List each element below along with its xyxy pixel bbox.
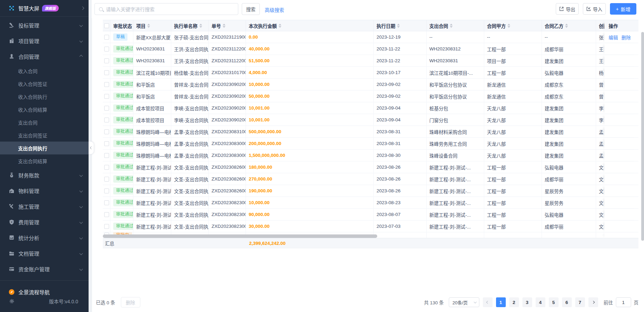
sidebar-subitem-支出合同结算[interactable]: 支出合同结算 (0, 154, 89, 167)
row-checkbox[interactable] (104, 165, 109, 170)
cell-value: 李峡-支出合同执行 (174, 105, 208, 112)
sidebar-item-3[interactable]: ¥财务账款 (0, 167, 89, 183)
row-checkbox[interactable] (104, 47, 109, 51)
status-badge: 草稿 (113, 33, 127, 41)
row-checkbox[interactable] (104, 141, 109, 146)
sidebar-item-7[interactable]: 统计分析 (0, 230, 89, 246)
select-all-checkbox[interactable] (104, 23, 109, 28)
header-cell-单号[interactable]: 单号 (209, 20, 246, 31)
cell-value: 弘毅电器 (545, 164, 563, 171)
sidebar-subitem-收入合同结算[interactable]: 收入合同结算 (0, 103, 89, 116)
header-cell-操作: 操作 (604, 20, 638, 31)
delete-button[interactable]: 删除 (121, 297, 140, 307)
sidebar-subitem-收入合同[interactable]: 收入合同 (0, 64, 89, 77)
row-checkbox[interactable] (104, 177, 109, 182)
svg-text:¥: ¥ (11, 221, 13, 223)
amount-value: 10,001.00 (249, 117, 270, 122)
status-cell: 审批通过 (110, 209, 133, 220)
header-cell-执行日期[interactable]: 执行日期 (374, 20, 427, 31)
advanced-search-link[interactable]: 高级搜索 (265, 6, 284, 13)
gear-icon[interactable] (9, 298, 15, 304)
sidebar-subitem-支出合同执行[interactable]: 支出合同执行 (0, 142, 89, 154)
cell (427, 232, 484, 238)
header-cell-支出合同[interactable]: 支出合同 (427, 20, 484, 31)
sidebar-item-5[interactable]: 施工管理 (0, 199, 89, 214)
import-button[interactable]: 导入 (583, 3, 606, 15)
sort-carets-icon[interactable] (147, 24, 150, 28)
sort-carets-icon[interactable] (450, 24, 453, 28)
cell: 李峡-支出合同执行 (171, 114, 209, 126)
sort-carets-icon[interactable] (223, 24, 225, 28)
page-button-4[interactable]: 4 (536, 297, 545, 307)
page-button-6[interactable]: 6 (562, 297, 572, 307)
search-input[interactable]: 请输入关键字进行搜索 (94, 3, 238, 15)
sidebar-item-1[interactable]: 项目管理 (0, 33, 89, 49)
export-button[interactable]: 导出 (556, 3, 579, 15)
sort-carets-icon[interactable] (397, 24, 400, 28)
sidebar-subitem-支出合同签证[interactable]: 支出合同签证 (0, 129, 89, 142)
row-checkbox[interactable] (104, 35, 109, 40)
cell-value: 文 (599, 164, 604, 171)
chevron-down-icon (80, 174, 83, 177)
page-button-2[interactable]: 2 (509, 297, 519, 307)
cell-value: 张 (599, 34, 604, 41)
header-cell-执行单名称[interactable]: 执行单名称 (171, 20, 209, 31)
goto-page-input[interactable] (616, 297, 631, 307)
search-button[interactable]: 搜索 (242, 3, 260, 15)
sidebar-item-2[interactable]: 合同管理 (0, 49, 89, 64)
row-checkbox[interactable] (104, 58, 109, 63)
page-button-1[interactable]: 1 (496, 297, 506, 307)
cell-value: 文 (599, 199, 604, 206)
cell: 建发集团 (542, 55, 596, 66)
add-button[interactable]: + 新增 (610, 3, 636, 15)
header-cell-本次执行金额[interactable]: 本次执行金额 (246, 20, 374, 31)
sidebar-item-0[interactable]: 投标管理 (0, 17, 89, 33)
row-checkbox[interactable] (104, 82, 109, 87)
sort-carets-icon[interactable] (199, 24, 202, 28)
row-checkbox[interactable] (104, 189, 109, 193)
sort-carets-icon[interactable] (279, 24, 281, 28)
header-cell-项目[interactable]: 项目 (133, 20, 171, 31)
row-checkbox[interactable] (104, 224, 109, 229)
page-size-select[interactable]: 20条/页 (449, 297, 479, 307)
horizontal-scrollbar[interactable] (103, 234, 377, 238)
row-checkbox[interactable] (104, 153, 109, 158)
sort-carets-icon[interactable] (565, 24, 568, 28)
cell-value: 新建工程-刘-测试-... (429, 187, 471, 194)
edit-link[interactable]: 编辑 (609, 34, 618, 41)
sidebar-collapse-handle[interactable] (89, 141, 94, 154)
delete-link[interactable]: 删除 (621, 34, 631, 41)
prev-page-button[interactable] (483, 297, 493, 307)
header-label: 执行日期 (377, 22, 395, 29)
row-checkbox[interactable] (104, 200, 109, 205)
next-page-button[interactable] (588, 297, 598, 307)
status-cell: 审批通过 (110, 161, 133, 173)
sort-carets-icon[interactable] (507, 24, 510, 28)
row-checkbox[interactable] (104, 212, 109, 217)
sidebar-subitem-收入合同签证[interactable]: 收入合同签证 (0, 77, 89, 90)
sidebar-subitem-支出合同[interactable]: 支出合同 (0, 116, 89, 129)
status-cell: 审批通过 (110, 114, 133, 126)
sidebar-item-smart-screen[interactable]: 智慧大屏 旗舰版 (0, 0, 89, 17)
row-checkbox[interactable] (104, 118, 109, 122)
sidebar-item-9[interactable]: 资金账户管理 (0, 261, 89, 277)
cell: 天龙八部 (484, 114, 542, 126)
page-button-3[interactable]: 3 (522, 297, 532, 307)
page-button-7[interactable]: 7 (575, 297, 585, 307)
cell-value: 建发集团 (545, 105, 563, 112)
total-count-text: 共 130 条 (424, 299, 444, 306)
sidebar-subitem-收入合同执行[interactable]: 收入合同执行 (0, 90, 89, 103)
sidebar-item-8[interactable]: 文档管理 (0, 246, 89, 261)
row-checkbox[interactable] (104, 129, 109, 134)
header-cell-合同甲方[interactable]: 合同甲方 (484, 20, 542, 31)
page-button-5[interactable]: 5 (549, 297, 559, 307)
sidebar-item-label: 费用管理 (18, 218, 39, 226)
row-checkbox[interactable] (104, 70, 109, 75)
vertical-scrollbar[interactable] (641, 32, 644, 241)
sidebar-item-6[interactable]: ¥费用管理 (0, 214, 89, 230)
sidebar-item-4[interactable]: 物料管理 (0, 183, 89, 199)
header-cell-合同乙方[interactable]: 合同乙方 (542, 20, 596, 31)
row-checkbox[interactable] (104, 94, 109, 99)
row-checkbox[interactable] (104, 106, 109, 111)
cell-value: ZXD20231122002 (212, 46, 246, 51)
